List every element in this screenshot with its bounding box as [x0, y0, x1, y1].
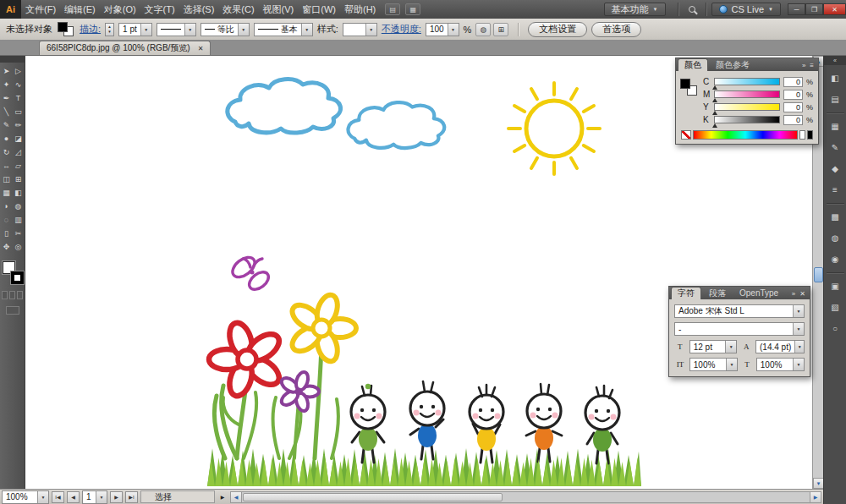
tools-panel-grip[interactable] [0, 56, 25, 63]
stroke-width-stepper[interactable]: ▲▼ [105, 23, 114, 36]
shape-builder-tool[interactable]: ◫ [1, 173, 13, 186]
workspace-switcher[interactable]: 基本功能 ▼ [604, 3, 666, 16]
panel-close-icon[interactable]: ✕ [799, 290, 805, 298]
toolbar-fill-stroke[interactable] [2, 260, 24, 284]
rectangle-tool[interactable]: ▭ [13, 105, 25, 118]
slider-marker-icon[interactable] [712, 98, 717, 102]
channel-value[interactable]: 0 [783, 77, 803, 87]
horizontal-scroll-thumb[interactable] [243, 493, 503, 501]
minimize-button[interactable]: ─ [788, 3, 805, 15]
eyedropper-tool[interactable]: ◗ [1, 200, 13, 213]
vertical-scroll-thumb[interactable] [814, 267, 823, 282]
swatches-panel-icon[interactable]: ▦ [827, 118, 843, 134]
slider-marker-icon[interactable] [712, 111, 717, 115]
menu-item-1[interactable]: 编辑(E) [60, 0, 100, 19]
menu-item-8[interactable]: 帮助(H) [340, 0, 380, 19]
pencil-tool[interactable]: ✏ [13, 118, 25, 132]
slice-tool[interactable]: ✂ [13, 227, 25, 240]
color-panel-icon[interactable]: ◧ [827, 70, 843, 86]
chevron-down-icon[interactable]: ▼ [37, 491, 48, 503]
leading-dropdown[interactable]: (14.4 pt) ▼ [755, 340, 805, 353]
gradient-tool[interactable]: ◧ [13, 186, 25, 200]
cs-live-button[interactable]: CS Live ▼ [711, 3, 781, 16]
font-family-dropdown[interactable]: Adobe 宋体 Std L ▼ [674, 304, 805, 318]
font-style-dropdown[interactable]: - ▼ [674, 322, 805, 336]
stroke-width-dropdown[interactable]: 1 pt ▼ [118, 23, 152, 36]
tab-color-guide[interactable]: 颜色参考 [710, 59, 755, 71]
menu-item-5[interactable]: 效果(C) [218, 0, 258, 19]
scroll-left-icon[interactable]: ◀ [231, 492, 242, 502]
opacity-link[interactable]: 不透明度: [382, 23, 421, 36]
selection-tool[interactable]: ➤ [1, 64, 13, 78]
recolor-artwork-icon[interactable]: ◍ [475, 23, 491, 36]
direct-selection-tool[interactable]: ▷ [13, 64, 25, 78]
tab-color[interactable]: 颜色 [678, 58, 708, 71]
color-guide-panel-icon[interactable]: ▤ [827, 91, 843, 107]
chevron-down-icon[interactable]: ▼ [726, 359, 737, 370]
blob-brush-tool[interactable]: ● [1, 132, 13, 145]
chevron-down-icon[interactable]: ▼ [793, 359, 804, 370]
channel-slider-K[interactable] [714, 116, 780, 123]
channel-value[interactable]: 0 [783, 90, 803, 100]
brush-definition-dropdown[interactable]: 基本 ▼ [254, 23, 313, 36]
draw-inside-button[interactable] [17, 291, 23, 299]
horizontal-scale-dropdown[interactable]: 100% ▼ [756, 358, 805, 371]
gradient-panel-icon[interactable]: ▩ [827, 209, 843, 225]
draw-behind-button[interactable] [9, 291, 15, 299]
blend-tool[interactable]: ◍ [13, 200, 25, 213]
eraser-tool[interactable]: ◪ [13, 132, 25, 145]
menu-item-4[interactable]: 选择(S) [179, 0, 219, 19]
close-icon[interactable]: ✕ [198, 45, 204, 52]
chevron-down-icon[interactable]: ▼ [96, 491, 107, 503]
chevron-down-icon[interactable]: ▼ [793, 305, 804, 317]
toolbar-stroke-swatch[interactable] [11, 271, 24, 284]
color-fill-swatch[interactable] [680, 79, 690, 89]
graphic-styles-panel-icon[interactable]: ▣ [827, 278, 843, 294]
pen-tool[interactable]: ✒ [1, 91, 13, 105]
symbols-panel-icon[interactable]: ◆ [827, 161, 843, 177]
next-artboard-button[interactable]: ▶ [110, 491, 123, 503]
fill-stroke-swatches[interactable] [57, 21, 75, 37]
menu-item-6[interactable]: 视图(V) [259, 0, 299, 19]
chevron-down-icon[interactable]: ▼ [184, 24, 195, 36]
artboard-dropdown[interactable]: 1 ▼ [82, 490, 107, 504]
panel-menu-icon[interactable]: ≡ [810, 62, 814, 69]
channel-value[interactable]: 0 [783, 102, 803, 112]
stroke-link[interactable]: 描边: [80, 23, 101, 36]
brushes-panel-icon[interactable]: ✎ [827, 140, 843, 156]
zoom-dropdown[interactable]: 100% ▼ [2, 490, 49, 504]
chevron-down-icon[interactable]: ▼ [448, 24, 459, 36]
color-spectrum[interactable] [693, 130, 798, 140]
horizontal-scrollbar[interactable]: ◀ ▶ [230, 491, 821, 503]
last-artboard-button[interactable]: ▶Ι [125, 491, 138, 503]
font-size-dropdown[interactable]: 12 pt ▼ [689, 340, 738, 353]
channel-slider-C[interactable] [714, 78, 780, 85]
channel-value[interactable]: 0 [783, 115, 803, 125]
rotate-tool[interactable]: ↻ [1, 145, 13, 159]
color-fill-stroke[interactable] [680, 79, 699, 97]
previous-artboard-button[interactable]: ◀ [67, 491, 80, 503]
chevron-down-icon[interactable]: ▼ [301, 24, 312, 36]
channel-slider-M[interactable] [714, 90, 780, 98]
opacity-dropdown[interactable]: 100 ▼ [426, 23, 459, 36]
first-artboard-button[interactable]: Ι◀ [52, 491, 64, 503]
layers-panel-icon[interactable]: ▧ [827, 299, 843, 315]
menu-item-7[interactable]: 窗口(W) [298, 0, 340, 19]
chevron-down-icon[interactable]: ▼ [725, 341, 736, 353]
channel-slider-Y[interactable] [714, 103, 780, 111]
mesh-tool[interactable]: ▦ [1, 186, 13, 200]
magic-wand-tool[interactable]: ✦ [1, 78, 13, 91]
type-tool[interactable]: T [13, 91, 25, 105]
none-swatch[interactable] [681, 130, 691, 140]
perspective-grid-tool[interactable]: ⊞ [13, 173, 25, 186]
white-swatch[interactable] [799, 130, 805, 140]
width-tool-tool[interactable]: ↔ [1, 159, 13, 173]
chevron-down-icon[interactable]: ▼ [140, 24, 151, 36]
scale-tool[interactable]: ◿ [13, 145, 25, 159]
slider-marker-icon[interactable] [712, 85, 717, 90]
panel-collapse-icon[interactable]: » [802, 62, 805, 69]
column-graph-tool[interactable]: ▥ [13, 213, 25, 227]
lasso-tool[interactable]: ∿ [13, 78, 25, 91]
stroke-weight-preview-dropdown[interactable]: ▼ [157, 23, 196, 36]
vertical-scale-dropdown[interactable]: 100% ▼ [689, 358, 738, 371]
